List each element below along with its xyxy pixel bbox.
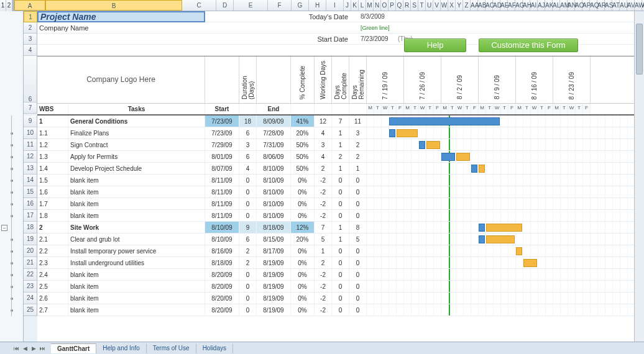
sheet-tab[interactable]: GanttChart — [51, 343, 96, 353]
cell[interactable]: 0 — [332, 210, 349, 221]
cell[interactable]: 0 — [332, 186, 349, 197]
column-header[interactable]: AK — [545, 0, 553, 11]
outline-toggle[interactable] — [0, 245, 23, 257]
cell[interactable]: 1 — [332, 163, 349, 174]
column-header[interactable]: AU — [620, 0, 627, 11]
cell[interactable]: 0 — [239, 210, 257, 221]
gantt-bar[interactable] — [523, 259, 537, 267]
cell[interactable]: 8/20/09 — [205, 304, 239, 315]
gantt-bar[interactable] — [456, 153, 470, 161]
row-number[interactable]: 3 — [24, 34, 37, 45]
cell[interactable]: Install underground utilities — [68, 257, 205, 268]
cell[interactable]: 8/20/09 — [205, 281, 239, 292]
cell[interactable]: 6 — [239, 151, 257, 162]
cell[interactable]: 8/10/09 — [257, 186, 291, 197]
row-number[interactable]: 2 — [24, 22, 37, 34]
help-button[interactable]: Help — [404, 39, 466, 52]
column-header[interactable]: AF — [508, 0, 515, 11]
cell[interactable]: 1.5 — [37, 175, 68, 186]
cell[interactable]: 1.1 — [37, 127, 68, 138]
outline-toggle[interactable] — [0, 304, 23, 316]
cell[interactable]: 2 — [315, 163, 332, 174]
cell[interactable]: 2.3 — [37, 257, 68, 268]
cell[interactable]: 2 — [332, 151, 349, 162]
cell[interactable]: blank item — [68, 281, 205, 292]
cell[interactable]: 1.2 — [37, 139, 68, 150]
cell[interactable]: 0 — [332, 269, 349, 280]
cell[interactable]: 2 — [349, 151, 367, 162]
cell[interactable]: 8/11/09 — [205, 198, 239, 209]
row-number[interactable]: 23 — [24, 281, 37, 293]
cell[interactable]: 8/10/09 — [257, 198, 291, 209]
row-number[interactable]: 6 — [24, 56, 37, 102]
cell[interactable]: 41% — [291, 116, 315, 127]
outline-toggle[interactable] — [0, 293, 23, 304]
cell[interactable]: 0 — [239, 269, 257, 280]
cell[interactable]: 50% — [291, 139, 315, 150]
cell[interactable]: 4 — [315, 127, 332, 138]
outline-toggle[interactable] — [0, 127, 23, 139]
column-header[interactable]: AS — [605, 0, 612, 11]
row-number[interactable]: 7 — [24, 102, 37, 114]
cell[interactable]: 1 — [37, 116, 68, 127]
row-number[interactable]: 14 — [24, 175, 37, 186]
cell[interactable]: 7/31/09 — [257, 139, 291, 150]
nav-last-icon[interactable]: ⏭ — [39, 345, 46, 352]
cell[interactable]: 8/17/09 — [257, 245, 291, 256]
cell[interactable]: 0 — [239, 281, 257, 292]
cell[interactable]: 7 — [332, 116, 349, 127]
cell[interactable]: -2 — [315, 304, 332, 315]
table-row[interactable]: 1.4Develop Project Schedule8/07/0948/10/… — [37, 163, 644, 175]
cell[interactable]: blank item — [68, 304, 205, 315]
table-row[interactable]: 1General Conditions7/23/09188/09/0941%12… — [37, 116, 644, 127]
gantt-bar[interactable] — [479, 235, 485, 243]
column-header[interactable]: R — [403, 0, 411, 11]
cell[interactable]: 8/06/09 — [257, 151, 291, 162]
cell[interactable]: 1.6 — [37, 186, 68, 197]
column-header[interactable]: P — [389, 0, 396, 11]
cell[interactable]: 8/11/09 — [205, 186, 239, 197]
cell[interactable]: 0 — [349, 245, 367, 256]
gantt-bar[interactable] — [426, 141, 440, 149]
cell[interactable]: 0 — [349, 257, 367, 268]
cell[interactable]: 1.7 — [37, 198, 68, 209]
outline-toggle[interactable] — [0, 198, 23, 210]
column-header[interactable]: W — [441, 0, 448, 11]
cell[interactable]: 1 — [315, 245, 332, 256]
row-number[interactable]: 13 — [24, 163, 37, 175]
cell[interactable]: 2.1 — [37, 234, 68, 245]
outline-level-buttons[interactable]: 12 — [0, 0, 13, 11]
cell[interactable]: 1 — [332, 234, 349, 245]
column-header[interactable]: AR — [597, 0, 605, 11]
table-row[interactable]: 1.5blank item8/11/0908/10/090%-200 — [37, 175, 644, 186]
table-row[interactable]: 1.6blank item8/11/0908/10/090%-200 — [37, 186, 644, 198]
column-header[interactable]: AJ — [538, 0, 545, 11]
cell[interactable]: 0 — [239, 175, 257, 186]
column-header[interactable]: C — [182, 0, 216, 11]
cell[interactable]: 0% — [291, 269, 315, 280]
gantt-bar[interactable] — [397, 129, 418, 137]
cell[interactable]: 3 — [239, 139, 257, 150]
cell[interactable]: Finalize Plans — [68, 127, 205, 138]
column-header[interactable]: U — [426, 0, 433, 11]
table-row[interactable]: 1.8blank item8/11/0908/10/090%-200 — [37, 210, 644, 222]
outline-toggle[interactable] — [0, 234, 23, 245]
cell[interactable]: 0 — [349, 210, 367, 221]
cell[interactable]: 12 — [315, 116, 332, 127]
row-number[interactable]: 16 — [24, 198, 37, 210]
cell[interactable]: 0 — [349, 186, 367, 197]
sheet-tab[interactable]: Terms of Use — [147, 343, 196, 353]
cell[interactable]: 8/20/09 — [205, 269, 239, 280]
cell[interactable]: 0 — [349, 269, 367, 280]
column-header[interactable]: AH — [523, 0, 530, 11]
column-header[interactable]: X — [448, 0, 456, 11]
row-number[interactable]: 4 — [24, 45, 37, 56]
sheet-nav-buttons[interactable]: ⏮ ◀ ▶ ⏭ — [12, 345, 46, 352]
cell[interactable]: 2.5 — [37, 281, 68, 292]
cell[interactable]: 2.4 — [37, 269, 68, 280]
column-header[interactable]: AD — [493, 0, 500, 11]
sheet-tab[interactable]: Holidays — [196, 343, 233, 353]
cell[interactable]: 2.7 — [37, 304, 68, 315]
cell[interactable]: blank item — [68, 210, 205, 221]
cell[interactable]: 8/19/09 — [257, 281, 291, 292]
